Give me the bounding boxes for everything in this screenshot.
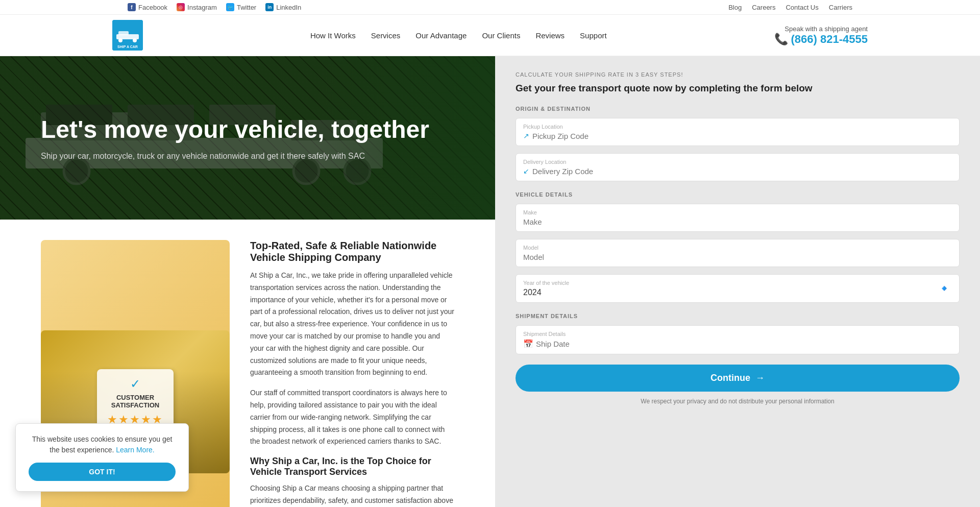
origin-section-label: ORIGIN & DESTINATION	[516, 106, 960, 112]
shipment-section-label: SHIPMENT DETAILS	[516, 313, 960, 319]
hero-content: Let's move your vehicle, together Ship y…	[41, 115, 454, 161]
social-links: f Facebook ◎ Instagram 🐦 Twitter in Link…	[128, 3, 301, 11]
model-label: Model	[523, 245, 952, 251]
top-bar-right: Blog Careers Contact Us Carriers	[728, 4, 852, 11]
contact-link[interactable]: Contact Us	[786, 4, 818, 11]
make-input[interactable]	[523, 218, 952, 226]
shipment-section: SHIPMENT DETAILS Shipment Details 📅	[516, 313, 960, 354]
content-text: Top-Rated, Safe & Reliable Nationwide Ve…	[250, 240, 454, 507]
ship-date-wrapper: Shipment Details 📅	[516, 325, 960, 354]
delivery-group: Delivery Location ↙	[516, 153, 960, 181]
logo: SHIP A CAR	[112, 20, 143, 51]
pickup-input[interactable]	[532, 132, 952, 140]
navbar: SHIP A CAR How It Works Services Our Adv…	[0, 15, 980, 56]
hero-area: Let's move your vehicle, together Ship y…	[0, 56, 495, 220]
cookie-text: This website uses cookies to ensure you …	[29, 434, 176, 455]
speak-text: Speak with a shipping agent	[774, 25, 868, 33]
nav-our-clients[interactable]: Our Clients	[482, 31, 520, 40]
content-para-2: Our staff of committed transport coordin…	[250, 387, 454, 448]
svg-point-4	[133, 38, 137, 42]
pickup-label: Pickup Location	[523, 124, 952, 130]
svg-point-3	[118, 38, 122, 42]
learn-more-link[interactable]: Learn More.	[116, 446, 154, 454]
instagram-icon: ◎	[177, 3, 185, 11]
cookie-banner: This website uses cookies to ensure you …	[15, 423, 189, 492]
careers-link[interactable]: Careers	[752, 4, 775, 11]
instagram-label: Instagram	[187, 4, 217, 11]
logo-icon: SHIP A CAR	[112, 20, 143, 51]
content-heading: Top-Rated, Safe & Reliable Nationwide Ve…	[250, 240, 454, 263]
nav-support[interactable]: Support	[580, 31, 607, 40]
got-it-button[interactable]: GOT IT!	[29, 463, 176, 481]
nav-reviews[interactable]: Reviews	[535, 31, 565, 40]
model-wrapper: Model	[516, 239, 960, 267]
pickup-wrapper: Pickup Location ↗	[516, 118, 960, 146]
hero-bg: Let's move your vehicle, together Ship y…	[0, 56, 495, 220]
year-group: Year of the vehicle 2024 🔹	[516, 274, 960, 303]
nav-services[interactable]: Services	[371, 31, 401, 40]
ship-date-group: Shipment Details 📅	[516, 325, 960, 354]
twitter-link[interactable]: 🐦 Twitter	[226, 3, 256, 11]
facebook-link[interactable]: f Facebook	[128, 3, 167, 11]
shipment-details-label: Shipment Details	[523, 331, 952, 337]
continue-arrow-icon: →	[755, 373, 765, 383]
nav-right: Speak with a shipping agent 📞 (866) 821-…	[774, 25, 868, 46]
content-para-1: At Ship a Car, Inc., we take pride in of…	[250, 270, 454, 379]
check-icon: ✓	[107, 377, 163, 391]
svg-point-13	[293, 158, 319, 184]
twitter-icon: 🐦	[226, 3, 234, 11]
delivery-input[interactable]	[532, 167, 952, 176]
model-input[interactable]	[523, 253, 952, 261]
nav-links: How It Works Services Our Advantage Our …	[310, 31, 607, 40]
make-wrapper: Make	[516, 204, 960, 232]
phone-number[interactable]: 📞 (866) 821-4555	[774, 33, 868, 46]
arrow-up-icon: ↗	[523, 132, 529, 140]
continue-label: Continue	[710, 373, 750, 383]
nav-our-advantage[interactable]: Our Advantage	[415, 31, 467, 40]
blog-link[interactable]: Blog	[728, 4, 742, 11]
model-group: Model	[516, 239, 960, 267]
privacy-note: We respect your privacy and do not distr…	[516, 398, 960, 405]
pickup-group: Pickup Location ↗	[516, 118, 960, 146]
content-para-3: Choosing Ship a Car means choosing a shi…	[250, 482, 454, 507]
calc-heading: Get your free transport quote now by com…	[516, 82, 960, 95]
hero-title: Let's move your vehicle, together	[41, 115, 454, 144]
instagram-link[interactable]: ◎ Instagram	[177, 3, 217, 11]
facebook-icon: f	[128, 3, 136, 11]
make-group: Make	[516, 204, 960, 232]
facebook-label: Facebook	[138, 4, 167, 11]
linkedin-label: LinkedIn	[276, 4, 301, 11]
satisfaction-text: CUSTOMERSATISFACTION	[107, 394, 163, 409]
top-bar: f Facebook ◎ Instagram 🐦 Twitter in Link…	[0, 0, 980, 15]
vehicle-details-section: VEHICLE DETAILS Make Model Year of th	[516, 191, 960, 303]
ship-date-input[interactable]	[536, 340, 952, 348]
arrow-down-icon: ↙	[523, 167, 529, 175]
year-wrapper: Year of the vehicle 2024 🔹	[516, 274, 960, 303]
carriers-link[interactable]: Carriers	[829, 4, 852, 11]
year-value: 2024	[523, 288, 569, 297]
logo-area: SHIP A CAR	[112, 20, 143, 51]
linkedin-icon: in	[265, 3, 274, 11]
nav-how-it-works[interactable]: How It Works	[310, 31, 356, 40]
svg-point-12	[64, 158, 89, 184]
linkedin-link[interactable]: in LinkedIn	[265, 3, 301, 11]
content-sub-heading: Why Ship a Car, Inc. is the Top Choice f…	[250, 456, 454, 477]
delivery-wrapper: Delivery Location ↙	[516, 153, 960, 181]
delivery-label: Delivery Location	[523, 159, 952, 165]
hero-subtitle: Ship your car, motorcycle, truck or any …	[41, 152, 454, 161]
calendar-icon: 📅	[523, 339, 533, 349]
year-increment-icon[interactable]: 🔹	[937, 281, 952, 296]
right-panel: CALCULATE YOUR SHIPPING RATE IN 3 EASY S…	[495, 56, 980, 507]
year-label: Year of the vehicle	[523, 280, 569, 286]
phone-icon: 📞	[774, 33, 788, 46]
vehicle-section-label: VEHICLE DETAILS	[516, 191, 960, 198]
twitter-label: Twitter	[237, 4, 256, 11]
year-row: Year of the vehicle 2024 🔹	[523, 280, 952, 297]
make-label: Make	[523, 209, 952, 215]
svg-text:SHIP A CAR: SHIP A CAR	[117, 45, 138, 49]
svg-rect-2	[118, 31, 129, 35]
calc-label: CALCULATE YOUR SHIPPING RATE IN 3 EASY S…	[516, 71, 960, 78]
continue-button[interactable]: Continue →	[516, 365, 960, 392]
